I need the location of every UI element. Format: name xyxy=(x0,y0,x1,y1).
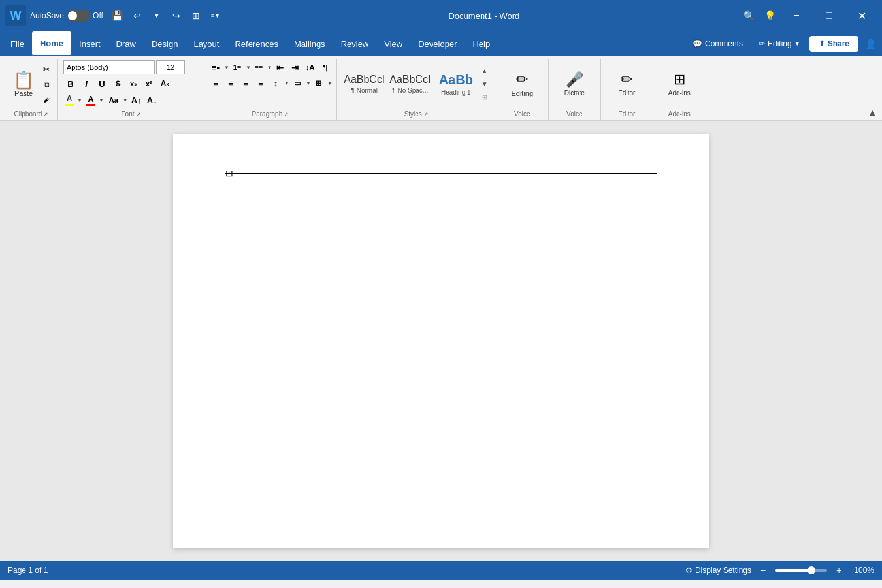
editing-btn[interactable]: ✏ Editing xyxy=(507,69,537,100)
menu-developer[interactable]: Developer xyxy=(410,31,465,56)
menu-file[interactable]: File xyxy=(3,31,32,56)
ribbon-collapse-btn[interactable]: ▲ xyxy=(868,59,877,120)
align-left-btn[interactable]: ≡ xyxy=(208,76,223,90)
style-normal-preview: AaBbCcI xyxy=(344,74,385,86)
zoom-slider[interactable] xyxy=(775,569,827,572)
minimize-btn[interactable]: − xyxy=(781,5,811,26)
shading-color-btn[interactable]: A xyxy=(85,93,97,107)
menu-draw[interactable]: Draw xyxy=(108,31,144,56)
paste-btn[interactable]: 📋 Paste xyxy=(9,69,38,100)
editor-btn[interactable]: ✏ Editor xyxy=(614,69,639,99)
show-paragraph-btn[interactable]: ¶ xyxy=(318,60,333,74)
line-spacing-dropdown[interactable]: ▼ xyxy=(284,80,289,86)
document-area: ⊡ xyxy=(0,121,882,561)
decrease-indent-btn[interactable]: ⇤ xyxy=(273,60,287,74)
clipboard-label: Clipboard ↗ xyxy=(9,109,54,120)
editing-mode-btn[interactable]: ✏ Editing ▼ xyxy=(752,37,807,51)
undo-dropdown-btn[interactable]: ▼ xyxy=(148,7,166,25)
style-no-spacing[interactable]: AaBbCcI ¶ No Spac... xyxy=(388,64,433,105)
menu-help[interactable]: Help xyxy=(465,31,498,56)
styles-scroll-up[interactable]: ▲ xyxy=(480,65,490,78)
font-size-selector[interactable]: 12 xyxy=(156,60,185,74)
restore-btn[interactable]: □ xyxy=(814,5,844,26)
text-color-dropdown[interactable]: ▼ xyxy=(99,97,104,103)
shading-btn[interactable]: ▭ xyxy=(290,76,304,90)
customize-btn[interactable]: ≡▼ xyxy=(206,7,225,25)
bullets-btn[interactable]: ≡• xyxy=(208,60,223,74)
style-normal[interactable]: AaBbCcI ¶ Normal xyxy=(342,64,387,105)
clear-format-btn[interactable]: Ax xyxy=(157,76,172,91)
zoom-level-label: 100% xyxy=(851,566,874,575)
subscript-btn[interactable]: x₂ xyxy=(126,76,140,91)
cut-btn[interactable]: ✂ xyxy=(39,62,54,76)
ribbon: 📋 Paste ✂ ⧉ 🖌 Clipboard ↗ Aptos (Body) 1… xyxy=(0,56,882,121)
menu-review[interactable]: Review xyxy=(333,31,377,56)
paste-label: Paste xyxy=(14,90,33,97)
underline-btn[interactable]: U xyxy=(95,76,109,91)
styles-expand[interactable]: ⊞ xyxy=(480,91,490,104)
save-icon-btn[interactable]: 💾 xyxy=(108,7,127,25)
align-right-btn[interactable]: ≡ xyxy=(238,76,253,90)
table-btn[interactable]: ⊞ xyxy=(187,7,205,25)
display-settings-btn[interactable]: ⚙ Display Settings xyxy=(685,566,751,575)
sort-btn[interactable]: ↕A xyxy=(303,60,318,74)
italic-btn[interactable]: I xyxy=(79,76,93,91)
titlebar: W AutoSave Off 💾 ↩ ▼ ↪ ⊞ ≡▼ Document1 - … xyxy=(0,0,882,31)
search-btn[interactable]: 🔍 xyxy=(740,7,758,25)
font-color-btn[interactable]: A xyxy=(63,93,75,106)
menu-view[interactable]: View xyxy=(376,31,410,56)
font-color-dropdown[interactable]: ▼ xyxy=(77,97,82,103)
menu-layout[interactable]: Layout xyxy=(186,31,227,56)
menu-references[interactable]: References xyxy=(227,31,286,56)
bold-btn[interactable]: B xyxy=(63,76,78,91)
copy-btn[interactable]: ⧉ xyxy=(39,77,54,91)
undo-btn[interactable]: ↩ xyxy=(128,7,146,25)
styles-label: Styles ↗ xyxy=(342,109,491,120)
superscript-btn[interactable]: x² xyxy=(142,76,156,91)
menu-home[interactable]: Home xyxy=(32,31,71,56)
dictate-btn[interactable]: 🎤 Dictate xyxy=(561,69,589,99)
font-row1: Aptos (Body) 12 xyxy=(63,60,199,74)
paragraph-expand-icon[interactable]: ↗ xyxy=(284,111,289,118)
document-page[interactable]: ⊡ xyxy=(173,134,709,548)
format-painter-btn[interactable]: 🖌 xyxy=(39,92,54,106)
style-heading1[interactable]: AaBb Heading 1 xyxy=(434,64,478,105)
numbering-btn[interactable]: 1≡ xyxy=(230,60,244,74)
editor-group-label: Editor xyxy=(618,109,635,120)
zoom-decrease-btn[interactable]: − xyxy=(757,564,770,577)
user-icon-btn[interactable]: 👤 xyxy=(861,35,879,53)
font-expand-icon[interactable]: ↗ xyxy=(136,111,141,118)
styles-scroll-down[interactable]: ▼ xyxy=(480,78,490,91)
redo-btn[interactable]: ↪ xyxy=(167,7,186,25)
change-case-dropdown[interactable]: ▼ xyxy=(123,97,128,103)
zoom-increase-btn[interactable]: + xyxy=(832,564,845,577)
borders-dropdown[interactable]: ▼ xyxy=(327,80,333,86)
styles-expand-icon[interactable]: ↗ xyxy=(423,111,429,118)
share-btn[interactable]: ⬆ Share xyxy=(809,36,858,52)
numbering-dropdown[interactable]: ▼ xyxy=(246,65,251,71)
font-family-selector[interactable]: Aptos (Body) xyxy=(63,60,155,74)
change-case-btn[interactable]: Aa xyxy=(106,93,121,107)
increase-indent-btn[interactable]: ⇥ xyxy=(288,60,302,74)
multilevel-dropdown[interactable]: ▼ xyxy=(267,65,272,71)
menu-mailings[interactable]: Mailings xyxy=(286,31,333,56)
close-btn[interactable]: ✕ xyxy=(847,5,877,26)
justify-btn[interactable]: ≡ xyxy=(253,76,268,90)
bullets-dropdown[interactable]: ▼ xyxy=(224,65,229,71)
strikethrough-btn[interactable]: S̶ xyxy=(110,76,125,91)
decrease-font-btn[interactable]: A↓ xyxy=(145,93,159,107)
lightbulb-btn[interactable]: 💡 xyxy=(760,7,779,25)
menu-design[interactable]: Design xyxy=(144,31,186,56)
borders-btn[interactable]: ⊞ xyxy=(312,76,326,90)
menu-insert[interactable]: Insert xyxy=(71,31,108,56)
voice-group-label: Voice xyxy=(566,109,582,120)
clipboard-expand-icon[interactable]: ↗ xyxy=(43,111,48,118)
multilevel-btn[interactable]: ≡≡ xyxy=(252,60,266,74)
shading-dropdown[interactable]: ▼ xyxy=(306,80,311,86)
autosave-toggle[interactable] xyxy=(67,10,90,22)
addins-btn[interactable]: ⊞ Add-ins xyxy=(664,69,694,99)
line-spacing-btn[interactable]: ↕ xyxy=(269,76,283,90)
increase-font-btn[interactable]: A↑ xyxy=(129,93,144,107)
comments-btn[interactable]: 💬 Comments xyxy=(686,37,749,51)
align-center-btn[interactable]: ≡ xyxy=(223,76,238,90)
